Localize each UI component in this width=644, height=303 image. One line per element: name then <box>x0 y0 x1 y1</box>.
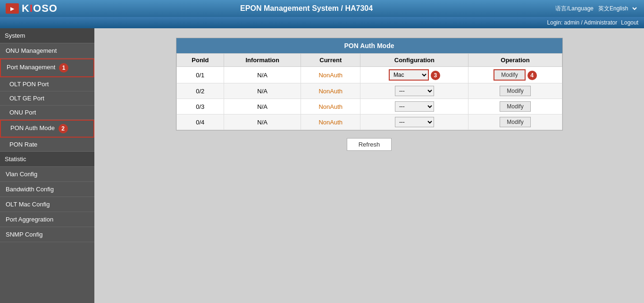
cell-operation: Modify <box>468 115 562 130</box>
cell-pon-id: 0/1 <box>176 67 224 83</box>
col-operation: Operation <box>468 54 562 67</box>
cell-pon-id: 0/4 <box>176 115 224 130</box>
refresh-container: Refresh <box>104 138 635 151</box>
col-pon-id: PonId <box>176 54 224 67</box>
logout-link[interactable]: Logout <box>621 19 638 26</box>
cell-information: N/A <box>224 83 301 99</box>
cell-configuration: ---MacLoidPassword <box>360 99 468 115</box>
badge-3: 3 <box>431 71 440 80</box>
sidebar: System ONU Management Port Management 1 … <box>0 28 94 303</box>
logo: ▶ KIOSO <box>6 2 58 15</box>
sidebar-item-bandwidth-config[interactable]: Bandwidth Config <box>0 182 94 197</box>
config-select-0-2[interactable]: ---MacLoidPassword <box>395 86 434 96</box>
config-select-0-1[interactable]: ---MacLoidPassword <box>389 69 429 81</box>
modify-button-0-1[interactable]: Modify <box>493 69 525 81</box>
table-row: 0/3N/ANonAuth---MacLoidPasswordModify <box>176 99 562 115</box>
logo-icon: ▶ <box>6 3 19 14</box>
cell-operation: Modify4 <box>468 67 562 83</box>
cell-current: NonAuth <box>301 67 360 83</box>
col-configuration: Configuration <box>360 54 468 67</box>
modify-button-0-4[interactable]: Modify <box>500 117 530 127</box>
logo-text: KIOSO <box>22 2 58 15</box>
sidebar-item-port-aggregration[interactable]: Port Aggregration <box>0 212 94 227</box>
table-row: 0/1N/ANonAuth---MacLoidPassword3Modify4 <box>176 67 562 83</box>
sidebar-item-onu-management[interactable]: ONU Management <box>0 43 94 58</box>
sidebar-item-olt-ge-port[interactable]: OLT GE Port <box>0 91 94 106</box>
header-title: EPON Management System / HA7304 <box>58 4 555 13</box>
config-select-0-4[interactable]: ---MacLoidPassword <box>395 117 434 127</box>
modify-button-0-3[interactable]: Modify <box>500 101 530 112</box>
pon-auth-mode-table-container: PON Auth Mode PonId Information Current … <box>176 38 563 131</box>
config-select-0-3[interactable]: ---MacLoidPassword <box>395 101 434 112</box>
badge-2: 2 <box>59 124 68 133</box>
sidebar-item-pon-rate[interactable]: PON Rate <box>0 138 94 152</box>
header-bottom: Login: admin / Administrator Logout <box>0 17 644 28</box>
cell-information: N/A <box>224 115 301 130</box>
content-area: PON Auth Mode PonId Information Current … <box>94 28 644 303</box>
cell-configuration: ---MacLoidPassword3 <box>360 67 468 83</box>
pon-auth-mode-table: PonId Information Current Configuration … <box>176 53 562 130</box>
login-text: Login: admin / Administrator <box>547 19 618 26</box>
cell-operation: Modify <box>468 83 562 99</box>
cell-configuration: ---MacLoidPassword <box>360 83 468 99</box>
cell-information: N/A <box>224 99 301 115</box>
sidebar-item-vlan-config[interactable]: Vlan Config <box>0 167 94 182</box>
cell-information: N/A <box>224 67 301 83</box>
refresh-button[interactable]: Refresh <box>347 138 392 151</box>
language-select[interactable]: 英文English 中文Chinese <box>596 5 638 12</box>
cell-operation: Modify <box>468 99 562 115</box>
modify-button-0-2[interactable]: Modify <box>500 86 530 96</box>
badge-4: 4 <box>527 71 537 80</box>
sidebar-item-system[interactable]: System <box>0 28 94 43</box>
lang-label: 语言/Language <box>555 5 594 13</box>
cell-pon-id: 0/3 <box>176 99 224 115</box>
table-title: PON Auth Mode <box>176 38 562 53</box>
sidebar-item-snmp-config[interactable]: SNMP Config <box>0 227 94 242</box>
cell-pon-id: 0/2 <box>176 83 224 99</box>
cell-current: NonAuth <box>301 99 360 115</box>
sidebar-item-olt-pon-port[interactable]: OLT PON Port <box>0 77 94 91</box>
sidebar-item-port-management[interactable]: Port Management 1 <box>0 58 94 77</box>
cell-current: NonAuth <box>301 115 360 130</box>
sidebar-item-pon-auth-mode[interactable]: PON Auth Mode 2 <box>0 120 94 138</box>
sidebar-item-statistic[interactable]: Statistic <box>0 152 94 167</box>
col-information: Information <box>224 54 301 67</box>
badge-1: 1 <box>59 63 68 73</box>
sidebar-item-olt-mac-config[interactable]: OLT Mac Config <box>0 197 94 212</box>
sidebar-item-onu-port[interactable]: ONU Port <box>0 106 94 120</box>
table-row: 0/2N/ANonAuth---MacLoidPasswordModify <box>176 83 562 99</box>
header-lang: 语言/Language 英文English 中文Chinese <box>555 5 638 13</box>
cell-current: NonAuth <box>301 83 360 99</box>
table-row: 0/4N/ANonAuth---MacLoidPasswordModify <box>176 115 562 130</box>
cell-configuration: ---MacLoidPassword <box>360 115 468 130</box>
main-layout: System ONU Management Port Management 1 … <box>0 28 644 303</box>
header-top: ▶ KIOSO EPON Management System / HA7304 … <box>0 0 644 17</box>
col-current: Current <box>301 54 360 67</box>
